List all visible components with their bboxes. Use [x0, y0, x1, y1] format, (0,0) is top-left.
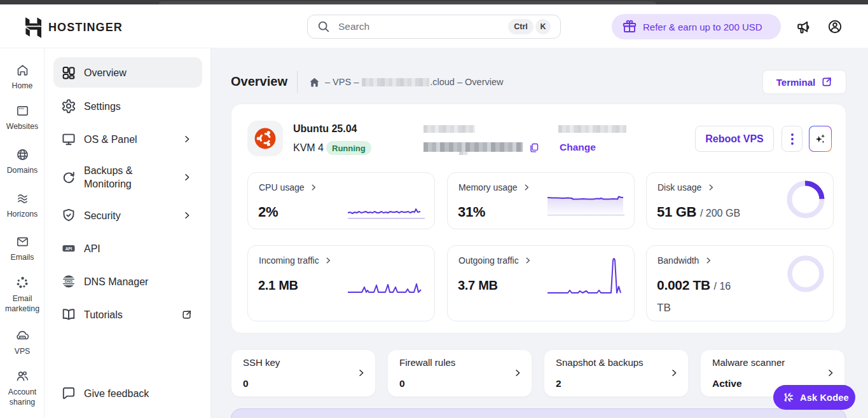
svg-text:API: API: [65, 246, 72, 251]
svg-text:DNS: DNS: [65, 280, 73, 283]
